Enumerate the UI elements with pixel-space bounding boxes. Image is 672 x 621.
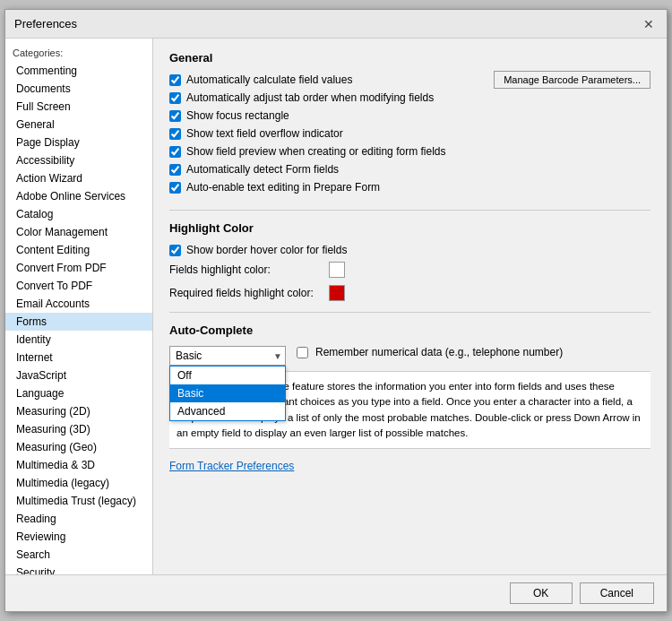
auto-enable-row: Auto-enable text editing in Prepare Form [169,181,485,194]
autocomplete-dropdown-container: OffBasicAdvanced ▼ [169,346,286,366]
sidebar-item-identity[interactable]: Identity [5,331,152,349]
sidebar-item-multimedia-legacy[interactable]: Multimedia (legacy) [5,474,152,492]
field-preview-label: Show field preview when creating or edit… [186,145,445,158]
show-overflow-label: Show text field overflow indicator [186,127,343,140]
dropdown-option-basic[interactable]: Basic [170,384,285,402]
close-button[interactable]: ✕ [640,15,658,33]
sidebar-item-catalog[interactable]: Catalog [5,205,152,223]
sidebar-top-group: CommentingDocumentsFull ScreenGeneralPag… [5,62,152,151]
sidebar-item-measuring-2d[interactable]: Measuring (2D) [5,402,152,420]
sidebar-item-page-display[interactable]: Page Display [5,134,152,151]
fields-color-label: Fields highlight color: [169,263,322,276]
general-section: General Automatically calculate field va… [169,51,650,199]
highlight-title: Highlight Color [169,221,650,235]
show-focus-row: Show focus rectangle [169,109,485,122]
sidebar-item-reading[interactable]: Reading [5,510,152,528]
sidebar-item-documents[interactable]: Documents [5,80,152,98]
adjust-tab-row: Automatically adjust tab order when modi… [169,91,485,104]
sidebar-item-action-wizard[interactable]: Action Wizard [5,169,152,187]
manage-barcode-button[interactable]: Manage Barcode Parameters... [494,71,650,89]
detect-form-label: Automatically detect Form fields [186,163,339,176]
categories-label: Categories: [5,44,152,62]
sidebar-item-color-management[interactable]: Color Management [5,223,152,241]
sidebar-item-general[interactable]: General [5,116,152,134]
general-checkboxes: General Automatically calculate field va… [169,51,485,199]
sidebar: Categories: CommentingDocumentsFull Scre… [5,39,153,574]
sidebar-item-full-screen[interactable]: Full Screen [5,98,152,116]
show-overflow-row: Show text field overflow indicator [169,127,485,140]
autocomplete-section: Auto-Complete OffBasicAdvanced ▼ Off Bas… [169,323,650,449]
field-preview-checkbox[interactable] [169,146,181,158]
sidebar-item-convert-to-pdf[interactable]: Convert To PDF [5,277,152,295]
fields-highlight-row: Fields highlight color: [169,262,650,278]
sidebar-item-multimedia-trust[interactable]: Multimedia Trust (legacy) [5,492,152,510]
sidebar-item-search[interactable]: Search [5,546,152,564]
calc-field-row: Automatically calculate field values [169,73,485,86]
dialog-body: Categories: CommentingDocumentsFull Scre… [5,39,667,574]
ok-button[interactable]: OK [510,582,573,604]
dropdown-popup: Off Basic Advanced [169,366,286,421]
highlight-color-section: Highlight Color Show border hover color … [169,221,650,301]
detect-form-row: Automatically detect Form fields [169,163,485,176]
autocomplete-row: OffBasicAdvanced ▼ Off Basic Advanced Re… [169,346,650,366]
sidebar-item-content-editing[interactable]: Content Editing [5,241,152,259]
calc-field-checkbox[interactable] [169,74,181,86]
adjust-tab-label: Automatically adjust tab order when modi… [186,91,434,104]
preferences-dialog: Preferences ✕ Categories: CommentingDocu… [4,9,668,612]
fields-color-box[interactable] [329,262,345,278]
sidebar-item-measuring-3d[interactable]: Measuring (3D) [5,420,152,438]
calc-field-label: Automatically calculate field values [186,73,352,86]
dialog-title: Preferences [14,17,77,30]
cancel-button[interactable]: Cancel [580,582,654,604]
required-color-box[interactable] [329,285,345,301]
sidebar-item-measuring-geo[interactable]: Measuring (Geo) [5,438,152,456]
border-hover-checkbox[interactable] [169,245,181,256]
divider-1 [169,210,650,211]
sidebar-item-javascript[interactable]: JavaScript [5,367,152,384]
sidebar-item-security[interactable]: Security [5,564,152,574]
border-hover-label: Show border hover color for fields [186,244,347,256]
show-overflow-checkbox[interactable] [169,128,181,140]
auto-enable-checkbox[interactable] [169,182,181,194]
dropdown-option-advanced[interactable]: Advanced [170,402,285,420]
sidebar-item-reviewing[interactable]: Reviewing [5,528,152,546]
title-bar: Preferences ✕ [5,10,667,39]
form-tracker-link[interactable]: Form Tracker Preferences [169,460,294,472]
dialog-footer: OK Cancel [5,574,667,611]
general-checkboxes-list: Automatically calculate field valuesAuto… [169,73,485,194]
field-preview-row: Show field preview when creating or edit… [169,145,485,158]
sidebar-item-convert-from-pdf[interactable]: Convert From PDF [5,259,152,277]
sidebar-item-language[interactable]: Language [5,384,152,402]
detect-form-checkbox[interactable] [169,164,181,176]
adjust-tab-checkbox[interactable] [169,92,181,104]
dropdown-option-off[interactable]: Off [170,367,285,384]
main-content: General Automatically calculate field va… [153,39,667,574]
sidebar-item-multimedia-3d[interactable]: Multimedia & 3D [5,456,152,474]
remember-checkbox[interactable] [297,347,308,358]
sidebar-item-commenting[interactable]: Commenting [5,62,152,80]
remember-row: Remember numerical data (e.g., telephone… [297,346,563,358]
border-hover-row: Show border hover color for fields [169,244,650,256]
sidebar-item-accessibility[interactable]: Accessibility [5,151,152,169]
auto-enable-label: Auto-enable text editing in Prepare Form [186,181,380,194]
manage-barcode-area: Manage Barcode Parameters... [485,51,650,89]
show-focus-label: Show focus rectangle [186,109,289,122]
sidebar-item-email-accounts[interactable]: Email Accounts [5,295,152,313]
remember-label: Remember numerical data (e.g., telephone… [315,346,563,358]
general-title: General [169,51,485,65]
autocomplete-dropdown[interactable]: OffBasicAdvanced [169,346,286,366]
sidebar-item-internet[interactable]: Internet [5,349,152,367]
sidebar-bottom-group: AccessibilityAction WizardAdobe Online S… [5,151,152,574]
sidebar-item-adobe-online[interactable]: Adobe Online Services [5,187,152,205]
divider-2 [169,312,650,313]
show-focus-checkbox[interactable] [169,110,181,122]
required-color-label: Required fields highlight color: [169,287,322,299]
autocomplete-title: Auto-Complete [169,323,650,337]
dropdown-wrapper: OffBasicAdvanced ▼ Off Basic Advanced [169,346,286,366]
sidebar-item-forms[interactable]: Forms [5,313,152,331]
required-highlight-row: Required fields highlight color: [169,285,650,301]
